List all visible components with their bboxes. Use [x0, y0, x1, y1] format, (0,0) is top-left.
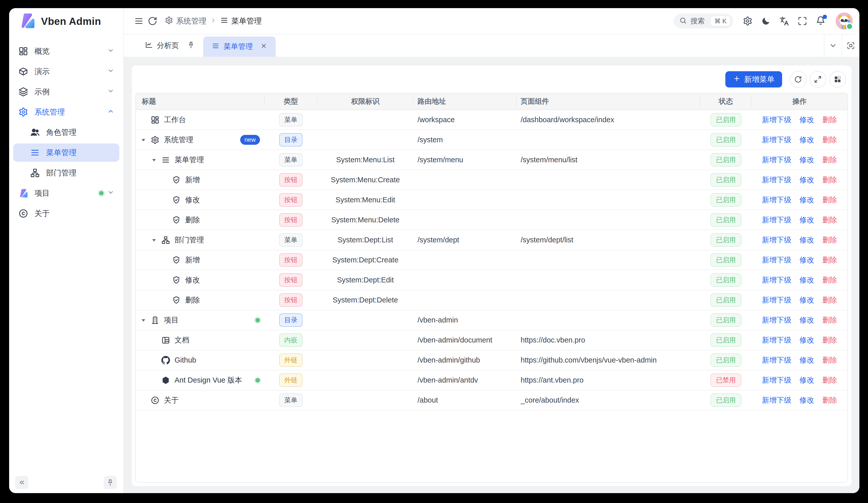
logo[interactable]: Vben Admin [9, 8, 123, 34]
cell-permission: System:Menu:Delete [317, 210, 413, 230]
notifications-button[interactable] [814, 14, 827, 28]
tab-analytics[interactable]: 分析页 [136, 34, 203, 57]
add-child-action[interactable]: 新增下级 [762, 275, 792, 285]
tree-toggle[interactable] [140, 317, 151, 323]
delete-action[interactable]: 删除 [823, 255, 837, 265]
column-header-路由地址: 路由地址 [413, 93, 517, 110]
edit-action[interactable]: 修改 [799, 255, 814, 265]
global-search[interactable]: 搜索 ⌘ K [674, 14, 733, 28]
breadcrumb-item-menu[interactable]: 菜单管理 [220, 16, 262, 26]
table-row: 部门管理菜单System:Dept:List/system/dept/syste… [136, 230, 847, 250]
add-child-action[interactable]: 新增下级 [762, 115, 792, 125]
cell-status: 已启用 [700, 130, 752, 150]
table-refresh-button[interactable] [790, 71, 806, 88]
fullscreen-button[interactable] [796, 14, 809, 28]
table-columns-button[interactable] [829, 71, 846, 88]
edit-action[interactable]: 修改 [799, 355, 814, 365]
edit-action[interactable]: 修改 [799, 175, 814, 185]
delete-action[interactable]: 删除 [823, 235, 837, 245]
sidebar-item-角色管理[interactable]: 角色管理 [13, 123, 119, 141]
add-child-action[interactable]: 新增下级 [762, 175, 792, 185]
delete-action[interactable]: 删除 [823, 195, 837, 205]
close-icon[interactable] [257, 43, 267, 51]
edit-action[interactable]: 修改 [799, 215, 814, 225]
breadcrumb-item-system[interactable]: 系统管理 [165, 16, 206, 26]
edit-action[interactable]: 修改 [799, 275, 814, 285]
edit-action[interactable]: 修改 [799, 315, 814, 325]
refresh-page-button[interactable] [146, 14, 159, 28]
add-child-action[interactable]: 新增下级 [762, 235, 792, 245]
delete-action[interactable]: 删除 [823, 275, 837, 285]
cell-status: 已启用 [700, 390, 752, 410]
edit-action[interactable]: 修改 [799, 235, 814, 245]
delete-action[interactable]: 删除 [823, 375, 837, 385]
add-child-action[interactable]: 新增下级 [762, 295, 792, 305]
pin-icon[interactable] [183, 41, 195, 50]
delete-action[interactable]: 删除 [823, 395, 837, 405]
add-child-action[interactable]: 新增下级 [762, 195, 792, 205]
add-child-action[interactable]: 新增下级 [762, 395, 792, 405]
org-icon [162, 235, 170, 245]
users-icon [30, 127, 40, 138]
menu-icon [30, 148, 40, 158]
delete-action[interactable]: 删除 [823, 135, 837, 145]
add-child-action[interactable]: 新增下级 [762, 375, 792, 385]
edit-action[interactable]: 修改 [799, 295, 814, 305]
shield-icon [172, 175, 181, 184]
menu-table: 标题类型权限标识路由地址页面组件状态操作 工作台菜单/workspace/das… [135, 93, 848, 483]
edit-action[interactable]: 修改 [799, 335, 814, 345]
sidebar-item-概览[interactable]: 概览 [13, 42, 119, 60]
user-avatar[interactable] [836, 12, 853, 30]
edit-action[interactable]: 修改 [799, 395, 814, 405]
delete-action[interactable]: 删除 [823, 175, 837, 185]
add-child-action[interactable]: 新增下级 [762, 155, 792, 165]
language-button[interactable] [777, 14, 791, 28]
table-expand-button[interactable] [809, 71, 826, 88]
dark-mode-toggle[interactable] [759, 14, 773, 28]
edit-action[interactable]: 修改 [799, 375, 814, 385]
sidebar-pin-button[interactable] [104, 476, 117, 489]
sidebar-item-示例[interactable]: 示例 [13, 83, 119, 101]
delete-action[interactable]: 删除 [823, 215, 837, 225]
add-child-action[interactable]: 新增下级 [762, 315, 792, 325]
cell-component: /system/menu/list [517, 150, 700, 170]
hamburger-menu-button[interactable] [132, 14, 146, 28]
delete-action[interactable]: 删除 [823, 355, 837, 365]
menu-title: 菜单管理 [175, 155, 204, 165]
edit-action[interactable]: 修改 [799, 135, 814, 145]
sidebar-collapse-button[interactable] [15, 476, 28, 489]
add-child-action[interactable]: 新增下级 [762, 215, 792, 225]
sidebar-item-项目[interactable]: 项目 [13, 184, 119, 202]
sidebar-item-系统管理[interactable]: 系统管理 [13, 103, 119, 121]
tree-toggle[interactable] [151, 237, 162, 243]
tree-toggle[interactable] [140, 137, 151, 143]
table-body: 工作台菜单/workspace/dashboard/workspace/inde… [136, 110, 847, 482]
content-maximize-button[interactable] [842, 34, 859, 57]
delete-action[interactable]: 删除 [823, 335, 837, 345]
edit-action[interactable]: 修改 [799, 195, 814, 205]
menu-icon [162, 155, 170, 164]
cell-route: /system [413, 130, 517, 150]
add-child-action[interactable]: 新增下级 [762, 335, 792, 345]
add-child-action[interactable]: 新增下级 [762, 355, 792, 365]
status-badge: 已启用 [710, 233, 741, 247]
sidebar-item-部门管理[interactable]: 部门管理 [13, 164, 119, 182]
sidebar-item-关于[interactable]: 关于 [13, 204, 119, 223]
delete-action[interactable]: 删除 [823, 315, 837, 325]
add-menu-button[interactable]: 新增菜单 [725, 71, 782, 88]
edit-action[interactable]: 修改 [799, 155, 814, 165]
tabs-dropdown-button[interactable] [824, 34, 842, 57]
delete-action[interactable]: 删除 [823, 155, 837, 165]
settings-button[interactable] [741, 14, 754, 28]
delete-action[interactable]: 删除 [823, 295, 837, 305]
cell-title: 新增 [136, 170, 265, 190]
delete-action[interactable]: 删除 [823, 115, 837, 125]
add-child-action[interactable]: 新增下级 [762, 135, 792, 145]
sidebar-item-菜单管理[interactable]: 菜单管理 [13, 143, 119, 162]
sidebar-item-演示[interactable]: 演示 [13, 62, 119, 81]
tab-menu-management[interactable]: 菜单管理 [203, 37, 276, 57]
edit-action[interactable]: 修改 [799, 115, 814, 125]
add-child-action[interactable]: 新增下级 [762, 255, 792, 265]
tree-toggle[interactable] [151, 157, 162, 163]
header-actions [741, 12, 853, 30]
